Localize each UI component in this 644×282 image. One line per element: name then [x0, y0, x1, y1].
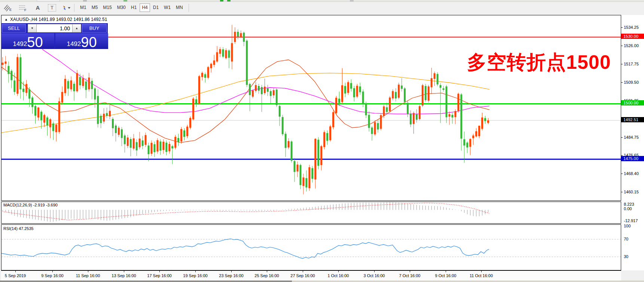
- macd-indicator-panel[interactable]: MACD(12,26,9) -2.919 -3.690: [1, 202, 621, 224]
- price-tick-label: 1534.25: [624, 25, 639, 30]
- sell-button[interactable]: SELL: [2, 24, 26, 33]
- macd-chart: [1, 202, 621, 223]
- candle-body: [61, 92, 63, 103]
- time-axis-label: 27 Sep 16:00: [282, 273, 323, 278]
- ask-price-pips: 90: [81, 36, 97, 48]
- clipped-button: [37, 0, 60, 1]
- text-label-icon[interactable]: A: [33, 4, 43, 12]
- time-tick: [446, 271, 446, 272]
- volume-decrease-button[interactable]: ▼: [28, 24, 37, 33]
- timeframe-d1-button[interactable]: D1: [151, 3, 161, 12]
- price-tick: [621, 27, 623, 28]
- candle-body: [329, 126, 331, 140]
- trade-buttons-row: SELL ▼ ▲ BUY: [1, 24, 108, 33]
- price-badge: 1492.51: [621, 117, 644, 122]
- candle-body: [13, 80, 15, 92]
- candle-body: [43, 115, 45, 123]
- candle-body: [449, 114, 451, 117]
- price-axis[interactable]: 1534.251526.001517.751509.501501.251484.…: [621, 15, 644, 270]
- candle-body: [338, 99, 340, 103]
- time-axis[interactable]: 5 Sep 20199 Sep 16:0011 Sep 16:0013 Sep …: [1, 270, 621, 281]
- time-tick: [195, 271, 196, 272]
- time-axis-label: 11 Sep 16:00: [67, 273, 109, 278]
- candle-body: [159, 141, 161, 150]
- drawing-tools-group: E F A T: [0, 4, 71, 12]
- candle-body: [466, 142, 468, 147]
- volume-input[interactable]: [37, 24, 72, 33]
- candle-body: [168, 144, 170, 151]
- candle-body: [314, 139, 316, 180]
- candle-body: [383, 107, 385, 116]
- timeframe-m30-button[interactable]: M30: [115, 3, 128, 12]
- candle-body: [308, 167, 310, 188]
- timeframe-h4-button[interactable]: H4: [140, 3, 150, 12]
- rsi-indicator-panel[interactable]: RSI(14) 47.2535: [1, 224, 621, 270]
- candle-body: [434, 73, 436, 79]
- timeframe-mn-button[interactable]: MN: [174, 3, 185, 12]
- time-tick: [410, 271, 410, 272]
- candle-body: [350, 83, 352, 89]
- time-axis-label: 1 Oct 16:00: [318, 273, 359, 278]
- price-tick: [621, 82, 623, 83]
- candle-body: [395, 92, 397, 98]
- equidistant-channel-icon[interactable]: E: [3, 4, 13, 12]
- candle-body: [386, 107, 388, 112]
- timeframe-m1-button[interactable]: M1: [78, 3, 89, 12]
- candle-body: [294, 161, 296, 172]
- candle-body: [410, 114, 412, 125]
- candle-body: [192, 99, 194, 119]
- rsi-axis-label: 30: [624, 254, 628, 259]
- horizontal-scrollbar[interactable]: [0, 281, 644, 282]
- timeframe-w1-button[interactable]: W1: [162, 3, 173, 12]
- arrow-objects-icon[interactable]: [61, 4, 71, 12]
- candle-body: [380, 115, 382, 129]
- candle-body: [305, 178, 307, 187]
- candle-body: [451, 115, 453, 117]
- candle-body: [261, 87, 263, 94]
- fibonacci-icon[interactable]: F: [18, 4, 28, 12]
- candle-body: [472, 135, 474, 138]
- chart-ohlc-header: ▲ XAUUSD-,H4 1491.89 1493.02 1491.86 149…: [4, 17, 107, 22]
- candle-body: [389, 98, 391, 111]
- text-tool-icon[interactable]: T: [48, 4, 56, 12]
- macd-signal-line: [3, 203, 489, 220]
- buy-button[interactable]: BUY: [82, 24, 107, 33]
- time-tick: [267, 271, 267, 272]
- clipped-icon: [350, 0, 354, 1]
- candle-body: [288, 141, 290, 147]
- bid-price-pips: 50: [27, 36, 43, 48]
- candle-body: [46, 117, 48, 125]
- candle-body: [234, 32, 236, 42]
- candle-body: [326, 133, 328, 141]
- candle-body: [487, 120, 489, 123]
- candle-body: [76, 73, 78, 91]
- ask-price-main: 1492: [67, 41, 81, 48]
- timeframe-h1-button[interactable]: H1: [129, 3, 139, 12]
- ask-price-tile[interactable]: 1492 90: [55, 33, 108, 49]
- rsi-axis-label: 70: [624, 237, 628, 241]
- candle-body: [118, 128, 120, 135]
- timeframe-m5-button[interactable]: M5: [89, 3, 100, 12]
- one-click-trading-panel: SELL ▼ ▲ BUY 1492 50 1492 90: [1, 23, 108, 49]
- volume-increase-button[interactable]: ▲: [72, 24, 81, 33]
- scrollbar-thumb[interactable]: [0, 281, 292, 282]
- candle-body: [10, 71, 12, 80]
- candle-body: [457, 94, 459, 111]
- timeframe-m15-button[interactable]: M15: [101, 3, 114, 12]
- candle-body: [130, 139, 132, 148]
- time-axis-label: 9 Oct 16:00: [425, 273, 466, 278]
- candle-body: [264, 87, 266, 93]
- collapse-triangle-icon[interactable]: ▲: [4, 18, 8, 21]
- candle-body: [16, 57, 18, 94]
- candle-body: [37, 107, 39, 117]
- bid-price-tile[interactable]: 1492 50: [1, 33, 54, 49]
- candle-body: [317, 140, 319, 166]
- candle-body: [153, 144, 155, 152]
- svg-text:E: E: [9, 8, 12, 12]
- candle-body: [377, 123, 379, 129]
- time-tick: [15, 271, 16, 272]
- candle-body: [270, 91, 272, 96]
- bid-price-main: 1492: [13, 41, 27, 48]
- candle-body: [201, 73, 203, 77]
- ma-orange: [1, 73, 489, 132]
